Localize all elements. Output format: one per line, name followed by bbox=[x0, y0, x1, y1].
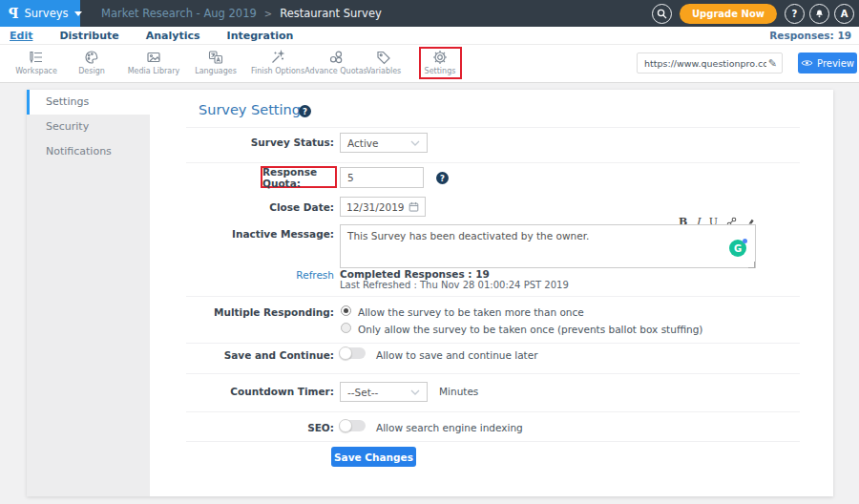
nav-item-analytics[interactable]: Analytics bbox=[137, 30, 209, 42]
radio-once-only-label[interactable]: Only allow the survey to be taken once (… bbox=[358, 324, 702, 335]
search-button[interactable] bbox=[652, 4, 672, 24]
divider bbox=[186, 127, 800, 128]
radio-multiple-allowed-label[interactable]: Allow the survey to be taken more than o… bbox=[358, 306, 584, 318]
responses-count[interactable]: Responses: 19 bbox=[769, 30, 859, 41]
top-bar: P Surveys Market Research - Aug 2019 > R… bbox=[0, 0, 859, 27]
workspace-icon bbox=[29, 50, 44, 65]
textarea-resize-handle[interactable] bbox=[748, 262, 755, 268]
search-icon bbox=[657, 9, 667, 19]
inactive-message-textarea[interactable]: This Survey has been deactivated by the … bbox=[340, 224, 756, 268]
settings-sidebar: Settings Security Notifications bbox=[27, 90, 150, 496]
toolbar-item-workspace[interactable]: Workspace bbox=[6, 50, 67, 75]
toolbar-label: Variables bbox=[367, 67, 402, 75]
grammarly-icon[interactable]: G bbox=[729, 240, 746, 257]
eye-icon bbox=[801, 59, 813, 67]
breadcrumb-current: Restaurant Survey bbox=[280, 7, 382, 20]
chevron-down-icon bbox=[74, 11, 82, 16]
page-title: Survey Settings bbox=[199, 102, 308, 117]
avatar[interactable]: A bbox=[834, 4, 854, 24]
breadcrumb: Market Research - Aug 2019 > Restaurant … bbox=[101, 7, 382, 20]
translate-icon bbox=[208, 50, 223, 65]
toolbar-item-finish-options[interactable]: Finish Options bbox=[247, 50, 308, 75]
questionpro-logo-icon: P bbox=[9, 6, 19, 21]
response-quota-annotation: Response Quota: bbox=[261, 166, 337, 188]
nav-item-edit[interactable]: Edit bbox=[10, 30, 41, 42]
settings-card: Settings Security Notifications Survey S… bbox=[27, 90, 833, 496]
surveys-menu[interactable]: P Surveys bbox=[0, 0, 80, 27]
radio-once-only[interactable] bbox=[341, 323, 351, 333]
preview-label: Preview bbox=[817, 58, 854, 69]
seo-toggle[interactable] bbox=[340, 420, 366, 431]
gear-icon bbox=[432, 50, 448, 65]
save-continue-text: Allow to save and continue later bbox=[376, 349, 538, 361]
sidebar-item-settings[interactable]: Settings bbox=[27, 90, 150, 115]
toggle-knob bbox=[339, 419, 352, 432]
upgrade-now-button[interactable]: Upgrade Now bbox=[680, 4, 777, 24]
countdown-timer-label: Countdown Timer: bbox=[186, 386, 334, 397]
survey-url-input[interactable] bbox=[638, 58, 768, 69]
help-button[interactable]: ? bbox=[785, 4, 805, 24]
refresh-link[interactable]: Refresh bbox=[186, 269, 334, 281]
toolbar-item-media-library[interactable]: Media Library bbox=[123, 50, 184, 75]
toolbar-label: Finish Options bbox=[251, 67, 304, 75]
survey-status-value: Active bbox=[347, 137, 378, 149]
toggle-knob bbox=[339, 346, 352, 360]
magic-wand-icon bbox=[270, 50, 285, 65]
survey-url-box: ✎ bbox=[637, 52, 783, 74]
nav-item-distribute[interactable]: Distribute bbox=[51, 30, 127, 42]
close-date-label: Close Date: bbox=[186, 201, 334, 213]
close-date-value: 12/31/2019 bbox=[346, 201, 405, 213]
notifications-button[interactable] bbox=[809, 4, 829, 24]
quota-help-icon[interactable]: ? bbox=[436, 172, 449, 184]
toolbar-label: Design bbox=[78, 67, 105, 75]
toolbar-label: Languages bbox=[195, 67, 237, 75]
sidebar-item-notifications[interactable]: Notifications bbox=[27, 139, 150, 164]
palette-icon bbox=[84, 50, 99, 65]
topbar-actions: Upgrade Now ? A bbox=[652, 4, 859, 24]
toolbar-label: Workspace bbox=[15, 67, 57, 75]
toolbar-item-variables[interactable]: Variables bbox=[353, 50, 414, 75]
multiple-responding-label: Multiple Responding: bbox=[186, 306, 334, 318]
edit-url-icon[interactable]: ✎ bbox=[768, 57, 782, 70]
divider bbox=[186, 296, 800, 297]
response-quota-label: Response Quota: bbox=[262, 166, 331, 189]
toolbar-label: Settings bbox=[425, 67, 456, 75]
chevron-down-icon bbox=[410, 389, 420, 395]
preview-button[interactable]: Preview bbox=[798, 52, 857, 74]
breadcrumb-parent[interactable]: Market Research - Aug 2019 bbox=[101, 7, 257, 20]
inactive-message-label: Inactive Message: bbox=[186, 228, 334, 240]
questionpro-settings-page: P Surveys Market Research - Aug 2019 > R… bbox=[0, 0, 859, 504]
divider bbox=[186, 343, 800, 344]
completed-responses: Completed Responses : 19 bbox=[340, 268, 490, 280]
radio-multiple-allowed[interactable] bbox=[341, 305, 351, 316]
response-quota-input[interactable] bbox=[340, 167, 424, 188]
survey-status-label: Survey Status: bbox=[186, 136, 334, 148]
survey-status-select[interactable]: Active bbox=[340, 133, 428, 153]
nav-item-integration[interactable]: Integration bbox=[219, 30, 303, 42]
seo-label: SEO: bbox=[186, 422, 334, 433]
toolbar-item-languages[interactable]: Languages bbox=[185, 50, 246, 75]
countdown-timer-select[interactable]: --Set-- bbox=[340, 382, 428, 402]
toolbar-label: Media Library bbox=[128, 67, 180, 75]
toolbar-item-design[interactable]: Design bbox=[61, 50, 122, 75]
divider bbox=[186, 373, 800, 374]
calendar-icon bbox=[409, 201, 419, 212]
image-icon bbox=[146, 50, 161, 65]
divider bbox=[186, 441, 800, 442]
toolbar-item-settings[interactable]: Settings bbox=[409, 50, 471, 75]
divider bbox=[186, 162, 800, 163]
close-date-input[interactable]: 12/31/2019 bbox=[340, 197, 426, 217]
linked-rings-icon bbox=[328, 50, 344, 65]
tag-icon bbox=[376, 50, 391, 65]
edit-toolbar: Workspace Design Media Library Languages… bbox=[0, 45, 859, 83]
divider bbox=[186, 411, 800, 412]
save-continue-toggle[interactable] bbox=[340, 347, 366, 359]
title-help-icon[interactable]: ? bbox=[299, 105, 311, 117]
survey-nav: Edit Distribute Analytics Integration Re… bbox=[0, 27, 859, 45]
countdown-timer-value: --Set-- bbox=[347, 387, 378, 398]
sidebar-item-security[interactable]: Security bbox=[27, 115, 150, 139]
save-changes-button[interactable]: Save Changes bbox=[331, 447, 416, 467]
surveys-menu-label: Surveys bbox=[25, 7, 69, 20]
seo-text: Allow search engine indexing bbox=[376, 422, 523, 433]
bell-icon bbox=[814, 9, 825, 19]
